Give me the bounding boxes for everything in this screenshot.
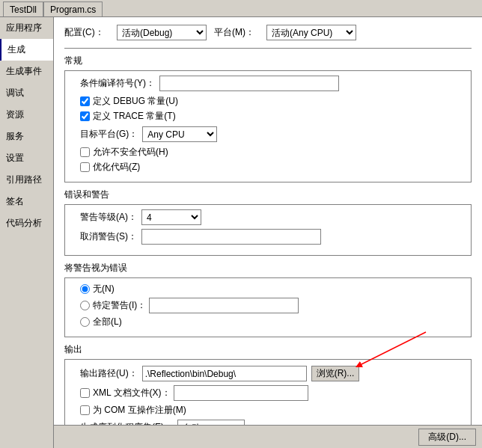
serialize-label: 生成序列化程序集(E)： <box>80 421 173 425</box>
allow-unsafe-checkbox[interactable] <box>80 147 90 157</box>
warning-level-select[interactable]: 4 <box>141 209 201 225</box>
config-label: 配置(C)： <box>64 26 109 39</box>
conditional-compile-input[interactable] <box>159 76 339 91</box>
define-trace-label: 定义 TRACE 常量(T) <box>93 110 176 123</box>
sidebar-item-debug[interactable]: 调试 <box>0 82 53 104</box>
general-title: 常规 <box>64 55 472 67</box>
platform-select[interactable]: 活动(Any CPU) <box>266 25 356 40</box>
tab-programcs[interactable]: Program.cs <box>43 1 103 16</box>
xml-doc-label: XML 文档文件(X)： <box>93 387 171 399</box>
main-content: 配置(C)： 活动(Debug) 平台(M)： 活动(Any CPU) 常规 条… <box>54 17 482 425</box>
sidebar-item-resources[interactable]: 资源 <box>0 104 53 126</box>
all-radio[interactable] <box>80 317 90 327</box>
suppress-warnings-input[interactable] <box>141 229 321 245</box>
sidebar-item-settings[interactable]: 设置 <box>0 147 53 169</box>
target-platform-select[interactable]: Any CPU <box>142 126 217 142</box>
none-radio[interactable] <box>80 284 90 294</box>
com-register-label: 为 COM 互操作注册(M) <box>93 404 186 417</box>
xml-doc-input[interactable] <box>174 385 308 401</box>
sidebar-item-app[interactable]: 应用程序 <box>0 17 53 39</box>
warning-level-label: 警告等级(A)： <box>80 211 137 224</box>
define-debug-label: 定义 DEBUG 常量(U) <box>93 95 178 108</box>
errors-warnings-title: 错误和警告 <box>64 188 472 201</box>
target-platform-label: 目标平台(G)： <box>80 128 138 141</box>
specific-warnings-input[interactable] <box>149 298 299 313</box>
specific-label: 特定警告(I)： <box>93 299 146 312</box>
sidebar: 应用程序 生成 生成事件 调试 资源 服务 设置 引用路径 签名 代码分析 <box>0 17 54 448</box>
allow-unsafe-label: 允许不安全代码(H) <box>93 146 168 159</box>
sidebar-item-build-events[interactable]: 生成事件 <box>0 61 53 82</box>
optimize-checkbox[interactable] <box>80 162 90 172</box>
sidebar-item-build[interactable]: 生成 <box>0 39 53 61</box>
optimize-label: 优化代码(Z) <box>93 161 140 174</box>
output-path-input[interactable] <box>142 366 307 381</box>
tab-testdll[interactable]: TestDll <box>3 1 43 16</box>
suppress-warnings-label: 取消警告(S)： <box>80 230 137 243</box>
sidebar-item-services[interactable]: 服务 <box>0 126 53 147</box>
advanced-button[interactable]: 高级(D)... <box>418 429 476 446</box>
serialize-select[interactable]: 自动 <box>177 420 245 425</box>
all-label: 全部(L) <box>93 316 122 328</box>
errors-warnings-group: 警告等级(A)： 4 取消警告(S)： <box>64 204 472 256</box>
general-group: 条件编译符号(Y)： 定义 DEBUG 常量(U) 定义 TRACE 常量(T)… <box>64 70 472 182</box>
none-label: 无(N) <box>93 283 115 295</box>
output-path-label: 输出路径(U)： <box>80 367 138 380</box>
bottom-bar: 高级(D)... <box>54 425 482 448</box>
conditional-compile-label: 条件编译符号(Y)： <box>80 77 155 90</box>
com-register-checkbox[interactable] <box>80 405 90 415</box>
sidebar-item-ref-paths[interactable]: 引用路径 <box>0 169 53 191</box>
define-trace-checkbox[interactable] <box>80 111 90 121</box>
define-debug-checkbox[interactable] <box>80 96 90 106</box>
treat-warnings-title: 将警告视为错误 <box>64 262 472 274</box>
output-title: 输出 <box>64 343 472 356</box>
specific-radio[interactable] <box>80 301 90 310</box>
xml-doc-checkbox[interactable] <box>80 388 90 398</box>
treat-warnings-group: 无(N) 特定警告(I)： 全部(L) <box>64 277 472 337</box>
sidebar-item-signing[interactable]: 签名 <box>0 191 53 212</box>
browse-button[interactable]: 浏览(R)... <box>311 366 360 381</box>
sidebar-item-code-analysis[interactable]: 代码分析 <box>0 212 53 234</box>
platform-label: 平台(M)： <box>214 26 259 39</box>
output-group: 输出路径(U)： 浏览(R)... <box>64 359 472 425</box>
config-select[interactable]: 活动(Debug) <box>117 25 207 40</box>
